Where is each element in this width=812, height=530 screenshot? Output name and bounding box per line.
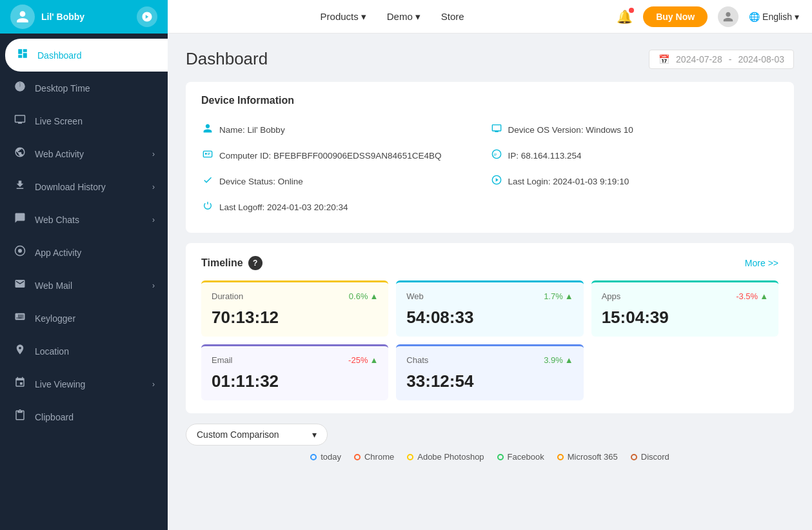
globe-icon xyxy=(13,146,27,161)
legend-label: Microsoft 365 xyxy=(568,452,618,462)
legend-item: today xyxy=(310,452,341,462)
main-content: Dashboard 📅 2024-07-28 - 2024-08-03 Devi… xyxy=(168,34,812,530)
sidebar-item-web-activity[interactable]: Web Activity › xyxy=(0,137,168,170)
chat-icon xyxy=(13,212,27,227)
sidebar-item-app-activity[interactable]: App Activity xyxy=(0,236,168,269)
clock-icon xyxy=(13,81,27,95)
sidebar-item-web-chats[interactable]: Web Chats › xyxy=(0,203,168,236)
arrow-up-icon: ▲ xyxy=(565,355,573,365)
legend-label: today xyxy=(321,452,341,462)
stat-chats: Chats 3.9% ▲ 33:12:54 xyxy=(396,344,583,400)
timeline-card: Timeline ? More >> Duration 0.6% ▲ 70:13… xyxy=(186,243,794,413)
sidebar-label-app-activity: App Activity xyxy=(35,248,155,258)
location-icon xyxy=(13,344,27,358)
sidebar-label-web-activity: Web Activity xyxy=(35,149,144,159)
stat-email: Email -25% ▲ 01:11:32 xyxy=(201,344,388,400)
stat-duration: Duration 0.6% ▲ 70:13:12 xyxy=(201,280,388,337)
date-range-picker[interactable]: 📅 2024-07-28 - 2024-08-03 xyxy=(649,50,794,69)
stat-apps-header: Apps -3.5% ▲ xyxy=(602,291,768,301)
ip-icon: IP xyxy=(490,149,503,162)
device-info-title: Device Information xyxy=(201,95,778,106)
sidebar-label-live-viewing: Live Viewing xyxy=(35,379,144,389)
device-info-card: Device Information Name: Lil' Bobby Devi… xyxy=(186,82,794,233)
sidebar-item-live-viewing[interactable]: Live Viewing › xyxy=(0,368,168,400)
nav-right: 🔔 Buy Now 🌐 English ▾ xyxy=(617,6,799,27)
sidebar-header: Lil' Bobby xyxy=(0,0,168,34)
arrow-up-icon: ▲ xyxy=(760,291,768,301)
sidebar-label-keylogger: Keylogger xyxy=(35,313,155,324)
chevron-down-icon: ▾ xyxy=(312,429,317,440)
chevron-down-icon: ▾ xyxy=(361,11,366,23)
keyboard-icon xyxy=(13,311,27,326)
device-status-value: Device Status: Online xyxy=(219,177,303,186)
help-icon[interactable]: ? xyxy=(248,256,262,270)
chevron-right-icon: › xyxy=(152,281,155,290)
nav-products[interactable]: Products ▾ xyxy=(321,11,366,23)
legend-dot xyxy=(497,454,504,460)
sidebar-item-location[interactable]: Location xyxy=(0,335,168,368)
arrow-up-icon: ▲ xyxy=(370,291,378,301)
account-icon[interactable] xyxy=(718,6,738,27)
last-login-row: Last Login: 2024-01-03 9:19:10 xyxy=(490,168,779,194)
sidebar-item-live-screen[interactable]: Live Screen xyxy=(0,104,168,137)
sidebar-label-live-screen: Live Screen xyxy=(35,116,155,126)
stat-duration-change: 0.6% ▲ xyxy=(349,291,379,301)
chevron-down-icon: ▾ xyxy=(415,11,421,23)
stat-chats-value: 33:12:54 xyxy=(406,371,573,391)
computer-id-row: Computer ID: BFEBFBFF000906EDSS9AN84651C… xyxy=(201,142,490,168)
svg-point-1 xyxy=(18,249,22,253)
stat-apps-value: 15:04:39 xyxy=(602,308,768,328)
legend-row: today Chrome Adobe Photoshop Facebook Mi… xyxy=(186,452,794,462)
stat-chats-change: 3.9% ▲ xyxy=(544,355,573,365)
comparison-label: Custom Comparison xyxy=(197,429,279,440)
switch-button[interactable] xyxy=(137,6,157,27)
sidebar-label-web-chats: Web Chats xyxy=(35,215,144,225)
sidebar-item-dashboard[interactable]: Dashboard xyxy=(5,39,168,72)
sidebar-item-web-mail[interactable]: Web Mail › xyxy=(0,269,168,302)
legend-label: Facebook xyxy=(508,452,544,462)
globe-icon: 🌐 xyxy=(749,12,760,22)
top-navigation: Lil' Bobby Products ▾ Demo ▾ Store 🔔 Buy… xyxy=(0,0,812,34)
sidebar-item-clipboard[interactable]: Clipboard xyxy=(0,400,168,433)
power-icon xyxy=(201,201,214,213)
legend-item: Chrome xyxy=(354,452,394,462)
language-selector[interactable]: 🌐 English ▾ xyxy=(749,12,799,22)
nav-store[interactable]: Store xyxy=(441,11,464,22)
calendar-icon xyxy=(13,377,27,391)
notification-dot xyxy=(629,8,634,13)
date-separator: - xyxy=(729,54,732,64)
sidebar-item-desktop-time[interactable]: Desktop Time xyxy=(0,72,168,104)
timeline-stats-row2: Email -25% ▲ 01:11:32 Chats 3.9% ▲ xyxy=(201,344,778,400)
nav-demo[interactable]: Demo ▾ xyxy=(387,11,421,23)
chevron-right-icon: › xyxy=(152,215,155,224)
notification-bell[interactable]: 🔔 xyxy=(617,9,633,25)
legend-label: Discord xyxy=(641,452,669,462)
buy-now-button[interactable]: Buy Now xyxy=(643,6,708,27)
chevron-right-icon: › xyxy=(152,150,155,159)
clipboard-icon xyxy=(13,409,27,424)
user-avatar[interactable] xyxy=(10,5,35,29)
computer-id-value: Computer ID: BFEBFBFF000906EDSS9AN84651C… xyxy=(219,151,441,161)
comparison-dropdown[interactable]: Custom Comparison ▾ xyxy=(186,424,328,446)
sidebar-item-download-history[interactable]: Download History › xyxy=(0,170,168,203)
stat-web-change: 1.7% ▲ xyxy=(544,291,573,301)
last-logoff-row: Last Logoff: 2024-01-03 20:20:34 xyxy=(201,194,490,220)
legend-dot xyxy=(407,454,413,460)
nav-center: Products ▾ Demo ▾ Store xyxy=(168,11,617,23)
stat-duration-label: Duration xyxy=(212,291,243,301)
sidebar-label-location: Location xyxy=(35,346,155,357)
timeline-title: Timeline xyxy=(201,257,243,269)
stat-web-label: Web xyxy=(406,291,424,301)
empty-cell xyxy=(591,344,778,400)
play-icon xyxy=(490,175,503,188)
mail-icon xyxy=(13,278,27,293)
sidebar-label-download-history: Download History xyxy=(35,182,144,192)
svg-text:IP: IP xyxy=(493,153,497,157)
monitor-icon xyxy=(490,123,503,136)
dashboard-icon xyxy=(15,48,30,63)
more-link[interactable]: More >> xyxy=(745,258,778,268)
legend-item: Discord xyxy=(631,452,669,462)
sidebar-item-keylogger[interactable]: Keylogger xyxy=(0,302,168,335)
stat-duration-value: 70:13:12 xyxy=(212,308,378,328)
stat-duration-header: Duration 0.6% ▲ xyxy=(212,291,378,301)
